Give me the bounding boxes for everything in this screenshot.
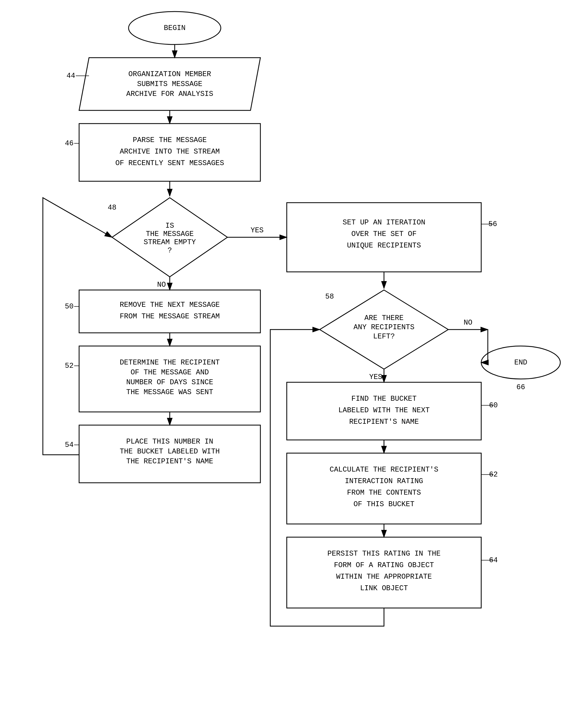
n48-line4: ? [167, 247, 172, 255]
n64-line1: PERSIST THIS RATING IN THE [327, 550, 440, 558]
n56-line3: UNIQUE RECIPIENTS [347, 241, 421, 250]
end-label: END [514, 359, 527, 367]
n52-line2: OF THE MESSAGE AND [130, 368, 209, 377]
n46-line2: ARCHIVE INTO THE STREAM [120, 148, 220, 156]
n60-line1: FIND THE BUCKET [351, 395, 417, 403]
no-label-48: NO [157, 281, 166, 289]
ref-50: 50 [65, 302, 74, 311]
n54-line3: THE RECIPIENT'S NAME [126, 457, 213, 466]
ref-46: 46 [65, 140, 74, 148]
begin-label: BEGIN [164, 24, 186, 32]
flowchart-container: BEGIN ORGANIZATION MEMBER SUBMITS MESSAG… [0, 0, 588, 724]
n58-line3: LEFT? [373, 333, 395, 341]
n62-line4: OF THIS BUCKET [354, 500, 415, 509]
n46-line1: PARSE THE MESSAGE [133, 136, 207, 144]
ref-48: 48 [108, 204, 117, 212]
n56-line1: SET UP AN ITERATION [343, 218, 425, 227]
n64-line3: WITHIN THE APPROPRIATE [336, 573, 432, 581]
n60-line3: RECIPIENT'S NAME [349, 418, 419, 426]
ref-54: 54 [65, 441, 74, 449]
n56-line2: OVER THE SET OF [351, 230, 417, 238]
n50-line2: FROM THE MESSAGE STREAM [120, 313, 220, 321]
ref-44: 44 [67, 72, 75, 80]
n48-line2: THE MESSAGE [146, 230, 193, 238]
n50-line1: REMOVE THE NEXT MESSAGE [120, 301, 220, 309]
yes-label-48: YES [251, 227, 264, 235]
n44-line2: SUBMITS MESSAGE [137, 80, 202, 88]
n62-line1: CALCULATE THE RECIPIENT'S [330, 466, 438, 474]
n62-line3: FROM THE CONTENTS [347, 489, 421, 497]
n54-line2: THE BUCKET LABELED WITH [120, 448, 220, 456]
n54-line1: PLACE THIS NUMBER IN [126, 438, 213, 446]
n62-line2: INTERACTION RATING [345, 477, 423, 485]
svg-rect-12 [79, 290, 260, 333]
ref-52: 52 [65, 362, 74, 370]
n44-line3: ARCHIVE FOR ANALYSIS [126, 90, 213, 98]
ref-58: 58 [325, 293, 334, 301]
n46-line3: OF RECENTLY SENT MESSAGES [115, 159, 224, 167]
n60-line2: LABELED WITH THE NEXT [338, 406, 429, 414]
n58-line1: ARE THERE [364, 314, 404, 322]
n44-line1: ORGANIZATION MEMBER [129, 70, 211, 79]
n48-line3: STREAM EMPTY [144, 238, 196, 247]
yes-label-58: YES [369, 373, 382, 381]
n58-line2: ANY RECIPIENTS [354, 323, 415, 332]
n48-line1: IS [165, 222, 174, 230]
n64-line2: FORM OF A RATING OBJECT [334, 561, 434, 570]
n52-line3: NUMBER OF DAYS SINCE [126, 378, 213, 386]
ref-66: 66 [517, 383, 525, 391]
n52-line4: THE MESSAGE WAS SENT [126, 388, 213, 397]
n64-line4: LINK OBJECT [360, 584, 408, 593]
no-label-58: NO [464, 319, 472, 327]
n52-line1: DETERMINE THE RECIPIENT [120, 359, 220, 367]
